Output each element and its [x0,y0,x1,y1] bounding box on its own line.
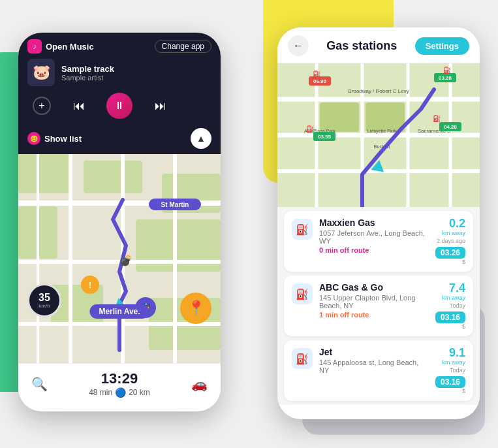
svg-text:!: ! [89,281,91,290]
waze-icon: 🔵 [115,387,126,398]
svg-text:03.28: 03.28 [439,75,452,81]
speed-value: 35 [39,293,50,303]
show-list-bar: 😊 Show list ▲ [18,124,221,154]
station-item-2[interactable]: ⛽ ABC Gas & Go 145 Upper Clapton Blvd, L… [284,276,473,336]
price-meta-1: 2 days ago [435,238,465,244]
svg-text:St Martin: St Martin [161,201,189,208]
music-app-icon: ♪ [27,39,42,54]
station-address-2: 145 Upper Clapton Blvd, Long Beach, NY [319,294,429,310]
track-text: Sample track Sample artist [61,64,114,82]
track-artist: Sample artist [61,74,114,82]
price-meta-2: Today [435,302,465,309]
svg-text:⛽: ⛽ [306,125,315,133]
svg-text:Lafayette Park: Lafayette Park [367,129,397,134]
station-item[interactable]: ⛽ Maxxien Gas 1057 Jeferson Ave., Long B… [284,211,473,272]
price-badge-2: 03.16 [435,312,465,323]
price-badge-1: 03.26 [435,247,465,259]
add-to-playlist-button[interactable]: + [33,97,51,115]
station-info-1: Maxxien Gas 1057 Jeferson Ave., Long Bea… [319,217,429,254]
svg-text:Broadway / Robert C Levy: Broadway / Robert C Levy [348,88,409,94]
svg-rect-32 [366,103,405,132]
search-icon[interactable]: 🔍 [31,376,48,392]
svg-text:06.90: 06.90 [313,78,327,84]
left-phone: ♪ Open Music Change app 🐷 Sample track S… [18,33,221,411]
svg-text:⛽: ⛽ [433,114,441,123]
eta-info: 13:29 48 min 🔵 20 km [89,370,150,398]
station-info-3: Jet 145 Appaloosa st, Long Beach, NY [319,347,429,376]
distance-3: 9.1 [449,346,465,359]
stations-list: ⛽ Maxxien Gas 1057 Jeferson Ave., Long B… [277,207,480,405]
svg-text:⛽: ⛽ [443,66,452,74]
station-item-3[interactable]: ⛽ Jet 145 Appaloosa st, Long Beach, NY 9… [284,340,473,401]
gas-station-icon-2: ⛽ [292,283,313,304]
phone-bottom-nav: 🔍 13:29 48 min 🔵 20 km 🚗 [18,363,221,406]
waze-face-icon: 😊 [27,132,40,145]
price-meta-3: Today [435,367,465,374]
eta-time: 13:29 [89,370,150,387]
svg-text:⛽: ⛽ [313,70,321,78]
station-name-1: Maxxien Gas [319,217,429,228]
route-label: Merlin Ave. [89,304,149,319]
gas-station-icon-3: ⛽ [292,348,313,369]
gas-station-icon-1: ⛽ [292,219,313,240]
car-icon[interactable]: 🚗 [191,376,208,392]
eta-details: 48 min 🔵 20 km [89,387,150,398]
settings-button[interactable]: Settings [415,37,469,55]
collapse-button[interactable]: ▲ [191,128,211,149]
price-badge-3: 03.16 [435,376,465,388]
page-title: Gas stations [326,39,397,53]
right-phone: ← Gas stations Settings Broadway / Rober… [277,27,480,419]
track-info: 🐷 Sample track Sample artist [27,59,211,86]
music-bar: ♪ Open Music Change app 🐷 Sample track S… [18,33,221,124]
svg-rect-1 [18,154,70,193]
svg-text:03.55: 03.55 [318,134,332,140]
change-app-button[interactable]: Change app [155,40,211,53]
open-music-label[interactable]: ♪ Open Music [27,39,94,54]
svg-text:04.28: 04.28 [444,124,458,130]
distance-unit-2: km away [435,295,465,301]
station-right-2: 7.4 km away Today 03.16 $ [435,282,465,330]
station-right-1: 0.2 km away 2 days ago 03.26 $ [435,217,465,265]
station-name-3: Jet [319,347,429,357]
next-track-button[interactable]: ⏭ [155,99,166,113]
map-right: Broadway / Robert C Levy Alta Plaza Park… [277,63,480,207]
station-right-3: 9.1 km away Today 03.16 $ [435,347,465,394]
right-header: ← Gas stations Settings [277,27,480,63]
off-route-2: 1 min off route [319,311,429,319]
svg-rect-2 [84,161,142,193]
svg-text:💣: 💣 [119,254,132,266]
music-controls: + ⏮ ⏸ ⏭ [27,93,211,119]
distance-1: 0.2 [449,217,465,230]
distance-unit-3: km away [435,359,465,366]
station-name-2: ABC Gas & Go [319,282,429,293]
show-list-button[interactable]: 😊 Show list [27,132,82,145]
station-address-1: 1057 Jeferson Ave., Long Beach, WY [319,229,429,245]
location-button[interactable]: 📍 [180,293,211,324]
back-button[interactable]: ← [288,35,309,56]
speed-unit: km/h [39,303,50,309]
distance-unit-1: km away [435,230,465,236]
distance-2: 7.4 [449,281,465,295]
track-title: Sample track [61,64,114,74]
station-info-2: ABC Gas & Go 145 Upper Clapton Blvd, Lon… [319,282,429,319]
pause-button[interactable]: ⏸ [106,93,132,119]
track-thumbnail: 🐷 [27,59,55,86]
station-address-3: 145 Appaloosa st, Long Beach, NY [319,359,429,374]
off-route-1: 0 min off route [319,246,429,254]
speed-badge: 35 km/h [27,283,61,317]
map-left: St Martin ! 👮 💣 35 km/h Merlin Ave. 📍 [18,154,221,363]
svg-rect-31 [320,103,359,132]
previous-track-button[interactable]: ⏮ [73,99,85,113]
